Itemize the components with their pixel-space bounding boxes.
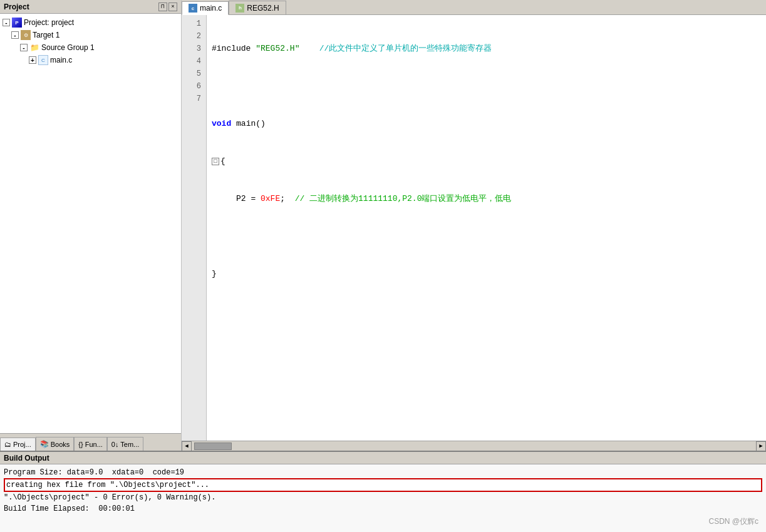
build-output-header: Build Output (0, 452, 766, 464)
hscroll-thumb[interactable] (194, 442, 232, 450)
source-group-label: Source Group 1 (41, 43, 95, 52)
build-line-4: Build Time Elapsed: 00:00:01 (4, 503, 762, 514)
main-area: Project ⊓ × - P Project: project - ⚙ Tar… (0, 0, 766, 451)
tree-item-main-c[interactable]: + C main.c (0, 54, 181, 66)
project-label: Project: project (24, 18, 74, 27)
watermark: CSDN @仪辉c (708, 516, 758, 527)
line-num-5: 5 (184, 68, 204, 80)
func-name: main() (236, 118, 266, 130)
open-brace: { (220, 155, 225, 168)
code-line-7: } (212, 268, 761, 280)
code-line-2 (212, 80, 761, 93)
build-line-1: Program Size: data=9.0 xdata=0 code=19 (4, 467, 762, 478)
sidebar-header-buttons: ⊓ × (158, 3, 177, 11)
tab-fun-label: {} Fun... (78, 441, 103, 448)
sidebar-pin-btn[interactable]: ⊓ (158, 3, 167, 11)
tree-item-target[interactable]: - ⚙ Target 1 (0, 29, 181, 41)
target-label: Target 1 (33, 31, 60, 39)
code-line-1: #include "REG52.H" //此文件中定义了单片机的一些特殊功能寄存… (212, 43, 761, 55)
editor-tab-bar: c main.c h REG52.H (182, 0, 766, 15)
tab-h-icon: h (235, 4, 244, 13)
code-line-3: void main() (212, 118, 761, 130)
build-line-2: creating hex file from ".\Objects\projec… (4, 478, 762, 492)
editor-scrollbar[interactable]: ◀ ▶ (182, 441, 766, 451)
expander-project[interactable]: - (3, 19, 10, 26)
editor-tab-main-c[interactable]: c main.c (182, 1, 229, 15)
build-output-title: Build Output (4, 454, 49, 463)
tab-books[interactable]: 📚 Books (36, 437, 75, 451)
tab-proj-label: Proj... (13, 441, 31, 448)
main-c-label: main.c (50, 56, 72, 64)
keyword-void: void (212, 118, 231, 130)
close-brace: } (212, 268, 217, 280)
scroll-right-arrow[interactable]: ▶ (756, 441, 766, 451)
editor-tab-reg52[interactable]: h REG52.H (229, 1, 286, 14)
line-num-2: 2 (184, 30, 204, 43)
line-num-6: 6 (184, 80, 204, 93)
line-num-1: 1 (184, 18, 204, 30)
file-icon: C (38, 55, 48, 65)
tab-c-icon: c (189, 4, 197, 13)
sidebar-title: Project (4, 3, 29, 11)
tab-books-icon: 📚 (40, 440, 49, 448)
build-output-content: Program Size: data=9.0 xdata=0 code=19 c… (0, 464, 766, 532)
editor-area: c main.c h REG52.H 1 2 3 4 5 (182, 0, 766, 451)
sidebar-close-btn[interactable]: × (168, 3, 177, 11)
scroll-left-arrow[interactable]: ◀ (182, 441, 192, 451)
code-editor[interactable]: 1 2 3 4 5 6 7 #include "REG52.H" //此文件中定… (182, 15, 766, 441)
project-icon: P (12, 18, 22, 28)
tab-books-label: Books (51, 441, 70, 448)
folder-icon: 📁 (29, 43, 39, 53)
sidebar-tabs: 🗂 Proj... 📚 Books {} Fun... 0↓ Tem... (0, 433, 181, 451)
expander-main-c[interactable]: + (29, 56, 36, 64)
line-num-4: 4 (184, 55, 204, 68)
tab-proj-icon: 🗂 (4, 441, 11, 448)
code-line-1-content: #include "REG52.H" //此文件中定义了单片机的一些特殊功能寄存… (212, 43, 492, 55)
code-line-4: □{ (212, 155, 761, 168)
line-num-3: 3 (184, 43, 204, 55)
expander-source-group[interactable]: - (20, 44, 28, 51)
build-line-3: ".\Objects\project" - 0 Error(s), 0 Warn… (4, 492, 762, 503)
expander-target[interactable]: - (11, 31, 19, 39)
editor-tab-main-c-label: main.c (200, 4, 222, 13)
tree-item-project[interactable]: - P Project: project (0, 16, 181, 29)
code-line-5: P2 = 0xFE; // 二进制转换为11111110,P2.0端口设置为低电… (212, 193, 761, 205)
editor-tab-reg52-label: REG52.H (247, 4, 279, 13)
code-line-5-content: P2 = 0xFE; // 二进制转换为11111110,P2.0端口设置为低电… (212, 193, 511, 205)
target-icon: ⚙ (21, 30, 31, 40)
collapse-marker-4[interactable]: □ (212, 158, 219, 165)
tab-proj[interactable]: 🗂 Proj... (0, 437, 36, 451)
code-content: 1 2 3 4 5 6 7 #include "REG52.H" //此文件中定… (182, 15, 766, 441)
line-numbers: 1 2 3 4 5 6 7 (182, 15, 207, 441)
build-output-panel: Build Output Program Size: data=9.0 xdat… (0, 451, 766, 532)
hscroll-track[interactable] (194, 442, 753, 450)
watermark-text: CSDN @仪辉c (708, 517, 758, 526)
code-lines[interactable]: #include "REG52.H" //此文件中定义了单片机的一些特殊功能寄存… (207, 15, 766, 441)
tree-item-source-group[interactable]: - 📁 Source Group 1 (0, 41, 181, 54)
tab-tem-label: 0↓ Tem... (111, 441, 139, 448)
sidebar-tree: - P Project: project - ⚙ Target 1 - 📁 So… (0, 14, 181, 433)
code-line-6 (212, 230, 761, 243)
line-num-7: 7 (184, 93, 204, 105)
tab-fun[interactable]: {} Fun... (74, 437, 107, 451)
app-container: Project ⊓ × - P Project: project - ⚙ Tar… (0, 0, 766, 532)
sidebar: Project ⊓ × - P Project: project - ⚙ Tar… (0, 0, 182, 451)
tab-tem[interactable]: 0↓ Tem... (107, 437, 143, 451)
sidebar-header: Project ⊓ × (0, 0, 181, 14)
